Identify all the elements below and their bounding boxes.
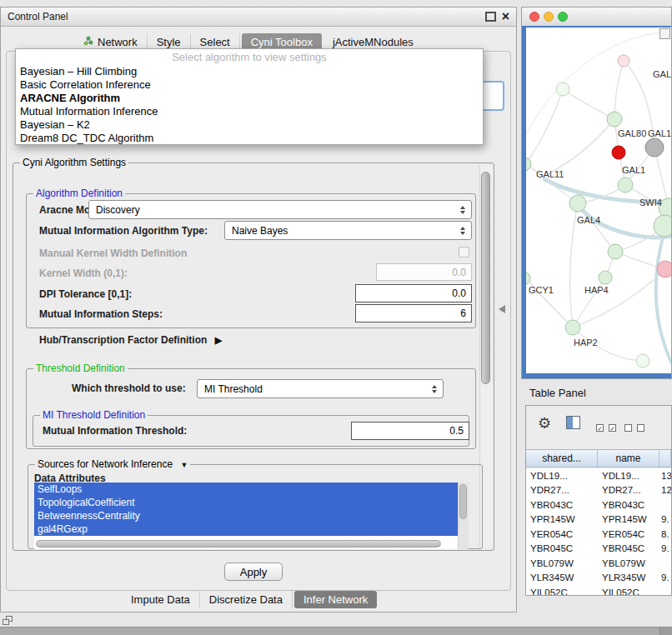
table-cell: YLR345W (526, 571, 598, 586)
node-label-swi4: SWI4 (639, 198, 662, 208)
network-node[interactable] (569, 195, 586, 212)
table-cell: YER054C (598, 527, 659, 542)
columns-icon[interactable] (566, 416, 580, 429)
float-window-icon[interactable] (485, 12, 496, 22)
window-title: Control Panel (1, 11, 68, 22)
tab-label: Infer Network (303, 593, 368, 606)
navigator-button[interactable] (659, 28, 670, 39)
table-row[interactable]: YLR345WYLR345W9. (526, 571, 671, 586)
network-node[interactable] (618, 178, 633, 192)
close-traffic-light[interactable] (529, 12, 539, 22)
tab-label: Network (98, 36, 138, 48)
table-cell: YBL079W (526, 556, 598, 571)
table-cell: YLR345W (598, 571, 659, 586)
network-edge (563, 89, 614, 119)
algorithm-option-bayesian-hill-climbing[interactable]: Bayesian – Hill Climbing (16, 65, 483, 78)
tab-label: Style (157, 36, 181, 48)
network-node[interactable] (612, 146, 625, 159)
table-row[interactable]: YBR045CYBR045C9. (526, 542, 671, 557)
node-label-gal80: GAL80 (618, 128, 646, 138)
node-label-hap4: HAP4 (584, 285, 609, 295)
table-cell: YDR27... (526, 483, 598, 498)
node-label-gal: GAL (653, 69, 671, 79)
table-cell: YBR043C (598, 498, 659, 512)
table-cell: YBR045C (598, 542, 659, 557)
table-cell: YDL19... (598, 468, 659, 483)
network-node[interactable] (654, 215, 671, 237)
network-node[interactable] (607, 112, 622, 127)
algorithm-option-mutual-information-inference[interactable]: Mutual Information Inference (16, 105, 483, 118)
table-row[interactable]: YBL079WYBL079W (526, 556, 671, 571)
control-panel-window: Control Panel × NetworkStyleSelectCyni T… (0, 7, 517, 612)
network-node[interactable] (556, 82, 569, 96)
desktop: Control Panel × NetworkStyleSelectCyni T… (0, 0, 672, 635)
algorithm-option-bayesian-k2[interactable]: Bayesian – K2 (16, 118, 483, 132)
table-row[interactable]: YDR27...YDR27...12 (526, 483, 671, 498)
table-cell: YDL19... (526, 468, 598, 483)
control-panel-bottom-tabs: Impute DataDiscretize DataInfer Network (122, 590, 379, 608)
network-node[interactable] (599, 271, 612, 284)
table-cell: YPR145W (526, 512, 598, 528)
network-node[interactable] (657, 261, 671, 278)
close-window-icon[interactable]: × (502, 12, 509, 22)
tab-impute-data[interactable]: Impute Data (122, 591, 200, 608)
network-canvas[interactable]: GALGAL80GAL10GAL11GAL1SWI4GAL4GCY1HAP4HA… (526, 28, 671, 373)
network-node[interactable] (618, 55, 629, 67)
popup-placeholder: Select algorithm to view settings (16, 51, 483, 65)
table-cell (659, 585, 671, 595)
table-cell: 12 (659, 483, 671, 498)
tab-label: jActiveMNodules (333, 36, 414, 48)
column-header-shared[interactable]: shared... (526, 450, 598, 467)
network-node[interactable] (565, 320, 580, 335)
restore-panel-icon[interactable] (3, 616, 13, 626)
table-row[interactable]: YDL19...YDL19...13 (526, 468, 671, 483)
network-edge (614, 61, 624, 119)
network-node[interactable] (526, 158, 531, 171)
column-header-name[interactable]: name (598, 450, 659, 467)
panel-splitter-arrow[interactable] (499, 305, 505, 313)
bottom-bar (0, 627, 672, 635)
tab-label: Discretize Data (209, 593, 283, 606)
gear-icon[interactable]: ⚙ (538, 414, 551, 432)
table-cell: 13 (659, 468, 671, 483)
table-row[interactable]: YIL052CYIL052C (526, 585, 671, 595)
node-label-gal10: GAL10 (648, 128, 671, 138)
checkbox-checked-icon: ✓ (609, 424, 616, 432)
algorithm-option-aracne-algorithm[interactable]: ARACNE Algorithm (16, 92, 483, 105)
algorithm-option-basic-correlation-inference[interactable]: Basic Correlation Inference (16, 78, 483, 92)
column-header-col2[interactable] (659, 450, 671, 467)
table-cell: YER054C (526, 527, 598, 542)
table-row[interactable]: YER054CYER054C8. (526, 527, 671, 542)
node-label-gal1: GAL1 (622, 165, 645, 175)
unselect-all-columns-button[interactable] (624, 420, 646, 435)
bottom-bar-corner (659, 628, 672, 635)
table-row[interactable]: YPR145WYPR145W9. (526, 512, 671, 528)
table-cell: 8. (659, 527, 671, 542)
table-cell: YBR045C (526, 542, 598, 557)
network-node[interactable] (645, 138, 664, 157)
tab-label: Select (200, 36, 230, 48)
table-row[interactable]: YBR043CYBR043C (526, 498, 671, 512)
network-view-frame: GALGAL80GAL10GAL11GAL1SWI4GAL4GCY1HAP4HA… (522, 26, 671, 378)
table-cell: 9. (659, 512, 671, 528)
checkbox-checked-icon: ✓ (596, 424, 604, 432)
table-panel-window: ⚙ ✓ ✓ shared...name YDL19...YDL19...13YD… (525, 405, 672, 596)
algorithm-option-dream8-dc-tdc-algorithm[interactable]: Dream8 DC_TDC Algorithm (16, 132, 483, 145)
table-cell: YBL079W (598, 556, 659, 571)
network-edge (548, 119, 614, 174)
network-node[interactable] (608, 244, 623, 259)
tab-discretize-data[interactable]: Discretize Data (200, 591, 293, 608)
network-icon (83, 36, 93, 48)
table-cell: YIL052C (526, 585, 598, 595)
table-cell (659, 556, 671, 571)
network-node[interactable] (636, 354, 649, 368)
select-all-columns-button[interactable]: ✓ ✓ (596, 420, 618, 435)
zoom-traffic-light[interactable] (558, 12, 568, 22)
table-cell (659, 498, 671, 512)
tab-label: Impute Data (131, 593, 190, 606)
network-view-window: GALGAL80GAL10GAL11GAL1SWI4GAL4GCY1HAP4HA… (521, 7, 672, 379)
node-label-hap2: HAP2 (574, 338, 598, 348)
table-cell: YBR043C (526, 498, 598, 512)
tab-infer-network[interactable]: Infer Network (294, 591, 377, 608)
minimize-traffic-light[interactable] (544, 12, 554, 22)
